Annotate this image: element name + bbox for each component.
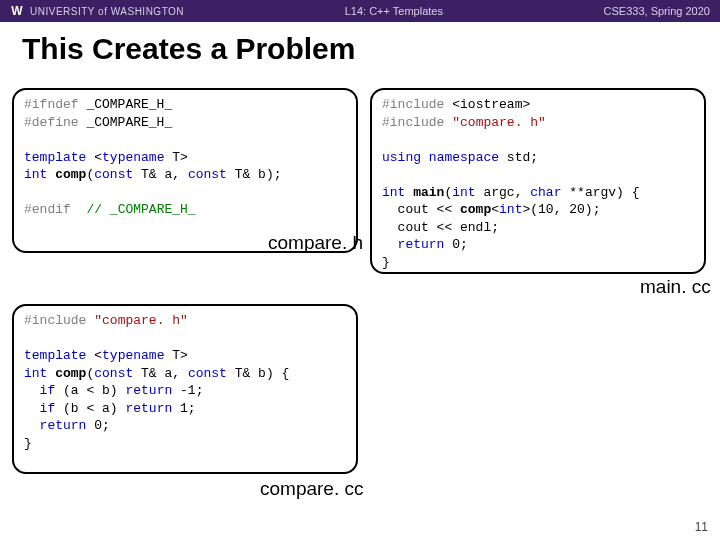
code-token: (a < b) (55, 383, 125, 398)
code-box-main-cc: #include <iostream> #include "compare. h… (370, 88, 706, 274)
code-token: typename (102, 150, 164, 165)
code-token: cout << (382, 202, 460, 217)
code-token: < (86, 348, 102, 363)
lecture-label: L14: C++ Templates (345, 5, 443, 17)
code-token: T& a, (133, 167, 188, 182)
code-token (421, 150, 429, 165)
code-token: >(10, 20); (522, 202, 600, 217)
page-number: 11 (695, 520, 708, 534)
header-left: W UNIVERSITY of WASHINGTON (10, 4, 184, 18)
code-token: // _COMPARE_H_ (86, 202, 195, 217)
slide-header: W UNIVERSITY of WASHINGTON L14: C++ Temp… (0, 0, 720, 22)
code-token: **argv) { (561, 185, 639, 200)
code-token: return (398, 237, 445, 252)
code-token: T& b); (227, 167, 282, 182)
code-token (24, 401, 40, 416)
code-token: int (24, 366, 47, 381)
code-token: namespace (429, 150, 499, 165)
code-token: if (40, 383, 56, 398)
code-token: #define (24, 115, 79, 130)
code-token (24, 418, 40, 433)
code-token: const (188, 366, 227, 381)
caption-compare-cc: compare. cc (260, 478, 363, 500)
code-token: template (24, 348, 86, 363)
code-token: _COMPARE_H_ (79, 97, 173, 112)
code-token: T& a, (133, 366, 188, 381)
code-token: _COMPARE_H_ (79, 115, 173, 130)
code-token: 0; (86, 418, 109, 433)
course-label: CSE333, Spring 2020 (604, 5, 710, 17)
code-token: #endif (24, 202, 71, 217)
code-token: <iostream> (444, 97, 530, 112)
uw-logo-icon: W (10, 4, 24, 18)
code-token: return (125, 401, 172, 416)
code-box-compare-cc: #include "compare. h" template <typename… (12, 304, 358, 474)
code-token (71, 202, 87, 217)
code-token: -1; (172, 383, 203, 398)
code-token: "compare. h" (94, 313, 188, 328)
code-token: "compare. h" (452, 115, 546, 130)
code-token: #include (24, 313, 86, 328)
code-token: int (452, 185, 475, 200)
code-token: cout << endl; (382, 220, 499, 235)
code-token: typename (102, 348, 164, 363)
code-token: const (188, 167, 227, 182)
code-token: char (530, 185, 561, 200)
code-token: #include (382, 115, 444, 130)
caption-main-cc: main. cc (640, 276, 711, 298)
code-token: 0; (444, 237, 467, 252)
code-token: if (40, 401, 56, 416)
code-token: comp (55, 366, 86, 381)
code-token: using (382, 150, 421, 165)
code-token: main (413, 185, 444, 200)
code-token: return (40, 418, 87, 433)
slide-title: This Creates a Problem (22, 32, 720, 66)
code-token: (b < a) (55, 401, 125, 416)
caption-compare-h: compare. h (268, 232, 363, 254)
code-token: #ifndef (24, 97, 79, 112)
code-token: const (94, 167, 133, 182)
code-token: argc, (476, 185, 531, 200)
code-token: 1; (172, 401, 195, 416)
code-token: const (94, 366, 133, 381)
code-token: < (491, 202, 499, 217)
code-token (382, 237, 398, 252)
code-token: } (24, 436, 32, 451)
code-token: int (24, 167, 47, 182)
code-token: int (382, 185, 405, 200)
code-token: std; (499, 150, 538, 165)
code-token: template (24, 150, 86, 165)
code-token: T> (164, 150, 187, 165)
code-token: comp (55, 167, 86, 182)
code-token: comp (460, 202, 491, 217)
code-token: return (125, 383, 172, 398)
code-token (24, 383, 40, 398)
code-token: T> (164, 348, 187, 363)
code-token: < (86, 150, 102, 165)
university-name: UNIVERSITY of WASHINGTON (30, 6, 184, 17)
code-token: int (499, 202, 522, 217)
code-token: T& b) { (227, 366, 289, 381)
code-token: } (382, 255, 390, 270)
code-box-compare-h: #ifndef _COMPARE_H_ #define _COMPARE_H_ … (12, 88, 358, 253)
code-token: #include (382, 97, 444, 112)
